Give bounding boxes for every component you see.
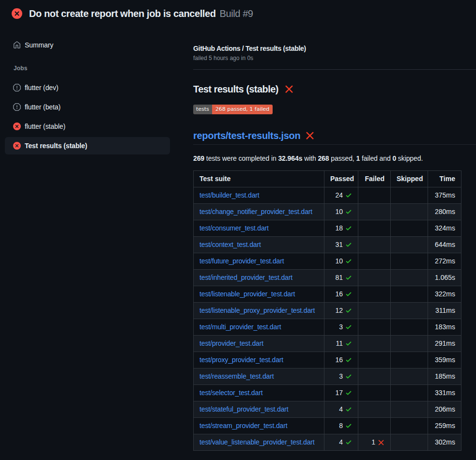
suite-cell: test/builder_test.dart <box>194 187 324 204</box>
table-row: test/inherited_provider_test.dart81 1.06… <box>194 270 461 286</box>
passed-cell: 10 <box>324 253 358 270</box>
summary-text: passed, <box>329 154 356 162</box>
report-heading-row: reports/test-results.json <box>193 129 476 145</box>
tests-badge-value: 268 passed, 1 failed <box>212 105 273 114</box>
cell-content: 4 <box>339 404 352 414</box>
passed-count: 8 <box>339 421 343 431</box>
skipped-cell <box>391 385 428 401</box>
skipped-cell <box>391 187 428 204</box>
passed-count: 4 <box>339 437 343 447</box>
passed-count: 16 <box>335 355 343 365</box>
passed-count: 10 <box>335 207 343 217</box>
x-circle-fill-icon <box>13 123 21 130</box>
passed-count: 4 <box>339 404 343 414</box>
report-file-link[interactable]: reports/test-results.json <box>193 129 300 142</box>
failed-cell <box>358 336 391 352</box>
cell-content: 4 <box>339 437 352 447</box>
summary-number: 32.964s <box>278 154 302 162</box>
suite-link[interactable]: test/proxy_provider_test.dart <box>200 356 283 364</box>
table-row: test/multi_provider_test.dart3 183ms <box>194 319 461 336</box>
failed-cell <box>358 352 391 368</box>
time-cell: 324ms <box>428 220 461 237</box>
tests-badge: tests 268 passed, 1 failed <box>193 105 273 114</box>
column-header: Passed <box>324 171 358 187</box>
column-header: Failed <box>358 171 391 187</box>
suite-link[interactable]: test/value_listenable_provider_test.dart <box>200 438 315 446</box>
table-row: test/builder_test.dart24 375ms <box>194 187 461 204</box>
suite-cell: test/listenable_provider_test.dart <box>194 286 324 303</box>
suite-link[interactable]: test/provider_test.dart <box>200 339 263 347</box>
suite-link[interactable]: test/listenable_provider_test.dart <box>200 290 295 298</box>
table-row: test/listenable_proxy_provider_test.dart… <box>194 303 461 319</box>
table-row: test/reassemble_test.dart3 185ms <box>194 368 461 385</box>
suite-link[interactable]: test/inherited_provider_test.dart <box>200 274 292 281</box>
sidebar-item-job-1[interactable]: flutter (beta) <box>5 98 170 116</box>
failed-cell <box>358 204 391 220</box>
failed-cell <box>358 418 391 434</box>
suite-link[interactable]: test/context_test.dart <box>200 241 261 248</box>
suite-link[interactable]: test/multi_provider_test.dart <box>200 323 281 331</box>
check-icon <box>345 225 352 232</box>
failed-cell <box>358 237 391 253</box>
check-icon <box>345 242 352 248</box>
time-cell: 311ms <box>428 303 461 319</box>
suite-link[interactable]: test/builder_test.dart <box>200 191 260 199</box>
failed-count: 1 <box>371 437 375 447</box>
suite-link[interactable]: test/future_provider_test.dart <box>200 257 284 265</box>
table-header-row: Test suitePassedFailedSkippedTime <box>194 171 461 187</box>
failed-cell <box>358 253 391 270</box>
run-status-failed-icon <box>12 8 22 19</box>
time-cell: 644ms <box>428 237 461 253</box>
suite-cell: test/value_listenable_provider_test.dart <box>194 434 324 451</box>
job-label: flutter (dev) <box>25 84 59 92</box>
table-row: test/change_notifier_provider_test.dart1… <box>194 204 461 220</box>
passed-cell: 31 <box>324 237 358 253</box>
suite-cell: test/stream_provider_test.dart <box>194 418 324 434</box>
summary-text: with <box>302 154 318 162</box>
suite-link[interactable]: test/selector_test.dart <box>200 389 262 397</box>
suite-cell: test/listenable_proxy_provider_test.dart <box>194 303 324 319</box>
suite-link[interactable]: test/stream_provider_test.dart <box>200 422 287 429</box>
skipped-cell <box>391 352 428 368</box>
failed-cell <box>358 286 391 303</box>
sidebar-item-job-3[interactable]: Test results (stable) <box>5 137 170 154</box>
column-header: Test suite <box>194 171 324 187</box>
suite-link[interactable]: test/listenable_proxy_provider_test.dart <box>200 307 315 314</box>
skipped-cell <box>391 319 428 336</box>
cell-content: 18 <box>335 223 352 233</box>
passed-cell: 16 <box>324 286 358 303</box>
run-build-number: Build #9 <box>220 8 253 19</box>
cell-content: 12 <box>335 306 352 316</box>
column-header: Skipped <box>391 171 428 187</box>
passed-cell: 81 <box>324 270 358 286</box>
suite-cell: test/change_notifier_provider_test.dart <box>194 204 324 220</box>
stop-cancelled-icon <box>13 84 21 92</box>
table-row: test/stateful_provider_test.dart4 206ms <box>194 401 461 418</box>
check-header: GitHub Actions / Test results (stable) f… <box>193 44 476 70</box>
run-title-row: Do not create report when job is cancell… <box>29 8 253 19</box>
summary-text: skipped. <box>396 154 423 162</box>
passed-count: 81 <box>335 273 343 283</box>
passed-cell: 4 <box>324 401 358 418</box>
check-icon <box>345 340 352 347</box>
main-panel: GitHub Actions / Test results (stable) f… <box>193 27 476 451</box>
sidebar-item-job-2[interactable]: flutter (stable) <box>5 118 170 135</box>
suite-cell: test/context_test.dart <box>194 237 324 253</box>
suite-link[interactable]: test/change_notifier_provider_test.dart <box>200 208 312 215</box>
cell-content: 10 <box>335 256 352 266</box>
passed-cell: 12 <box>324 303 358 319</box>
check-icon <box>345 439 352 446</box>
cell-content: 8 <box>339 421 352 431</box>
passed-count: 24 <box>335 190 343 200</box>
sidebar-item-summary[interactable]: Summary <box>5 36 170 54</box>
suite-link[interactable]: test/stateful_provider_test.dart <box>200 405 289 413</box>
passed-count: 16 <box>335 289 343 299</box>
cell-content: 10 <box>335 207 352 217</box>
cell-content: 31 <box>335 240 352 250</box>
sidebar-item-job-0[interactable]: flutter (dev) <box>5 79 170 96</box>
check-breadcrumb: GitHub Actions / Test results (stable) <box>193 44 476 54</box>
time-cell: 272ms <box>428 253 461 270</box>
tests-summary-line: 269 tests were completed in 32.964s with… <box>193 153 476 164</box>
suite-link[interactable]: test/consumer_test.dart <box>200 224 269 232</box>
suite-link[interactable]: test/reassemble_test.dart <box>200 372 274 380</box>
